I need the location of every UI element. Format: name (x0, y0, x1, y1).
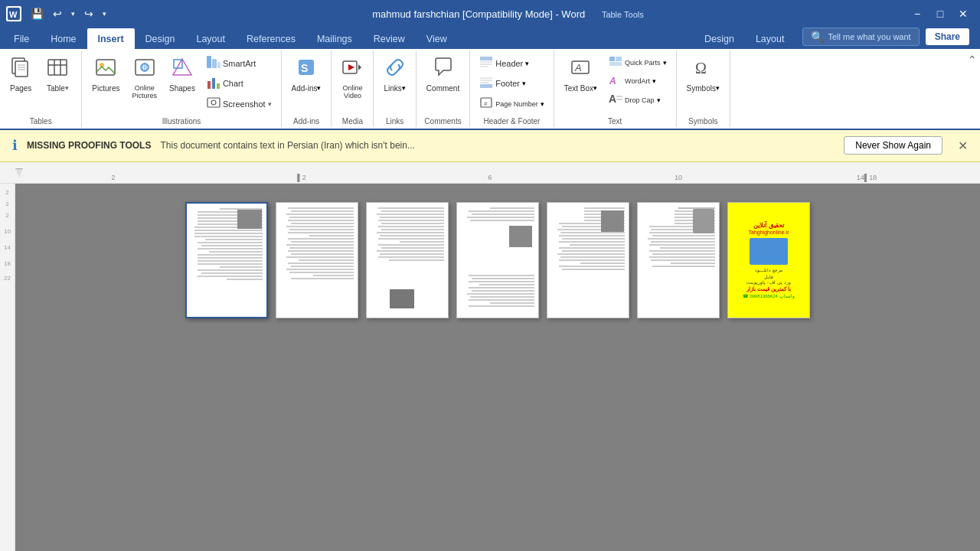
pages-button[interactable]: Pages (5, 54, 37, 96)
ribbon-body: Pages Table ▾ Tables (0, 49, 980, 130)
group-illustrations: Pictures OnlinePictures (82, 51, 281, 127)
chart-button[interactable]: Chart (202, 74, 276, 94)
svg-rect-22 (207, 81, 211, 89)
smartart-button[interactable]: SmartArt (202, 54, 276, 73)
tab-review[interactable]: Review (363, 28, 416, 49)
page-thumb-1[interactable] (185, 202, 268, 318)
page-7-text1: مرجع دانلـــود (755, 268, 782, 274)
tab-table-design[interactable]: Design (694, 28, 745, 49)
tab-table-layout[interactable]: Layout (745, 28, 795, 49)
page-thumb-3[interactable] (366, 202, 449, 318)
page-4-image (509, 226, 532, 247)
links-button[interactable]: Links ▾ (378, 54, 410, 96)
ribbon-collapse[interactable]: ⌃ (968, 51, 980, 127)
tab-insert[interactable]: Insert (87, 28, 135, 49)
smartart-icon (207, 56, 220, 71)
footer-button[interactable]: Footer ▾ (475, 74, 549, 94)
textbox-label: Text Box (564, 84, 593, 93)
svg-rect-20 (212, 59, 217, 68)
page-thumb-7[interactable]: تحقیق آنلاین Tahghighonline.ir مرجع دانل… (727, 202, 810, 318)
online-pictures-button[interactable]: OnlinePictures (126, 54, 162, 103)
links-label: Links (384, 84, 401, 93)
tab-layout[interactable]: Layout (185, 28, 236, 49)
shapes-button[interactable]: Shapes (164, 54, 201, 96)
redo-button[interactable]: ↪ (81, 6, 96, 21)
svg-point-26 (211, 100, 216, 105)
tell-me-box[interactable]: 🔍 Tell me what you want (802, 28, 919, 46)
save-button[interactable]: 💾 (28, 6, 47, 21)
dropcap-button[interactable]: A Drop Cap ▾ (604, 91, 671, 109)
screenshot-label: Screenshot (223, 99, 266, 109)
close-button[interactable]: ✕ (952, 3, 974, 24)
info-icon: ℹ (12, 137, 18, 154)
word-app-icon: W (6, 6, 21, 21)
links-group-label: Links (378, 114, 410, 127)
tab-file[interactable]: File (3, 28, 40, 49)
customize-button[interactable]: ▾ (100, 8, 109, 19)
quick-access-toolbar: 💾 ↩ ▾ ↪ ▾ (28, 6, 109, 21)
title-bar: W 💾 ↩ ▾ ↪ ▾ mahmud farshchian [Compatibi… (0, 0, 980, 28)
tab-references[interactable]: References (236, 28, 306, 49)
online-video-icon (341, 57, 363, 83)
symbols-button[interactable]: Ω Symbols ▾ (681, 54, 725, 96)
addins-arrow: ▾ (317, 84, 321, 92)
links-arrow: ▾ (402, 84, 406, 92)
share-button[interactable]: Share (926, 28, 969, 45)
svg-text:A: A (609, 76, 616, 86)
symbols-group-label: Symbols (681, 114, 725, 127)
header-icon (479, 56, 493, 71)
symbols-icon: Ω (692, 57, 714, 83)
page-7-text3: ورد پی اف - پاورپوینت (746, 279, 791, 285)
tell-me-label: Tell me what you want (828, 32, 910, 41)
page-7-url: Tahghighonline.ir (749, 230, 789, 235)
smartart-label: SmartArt (223, 59, 256, 68)
svg-rect-25 (207, 98, 220, 107)
page-7-text2: فایل (764, 274, 773, 279)
notification-title: MISSING PROOFING TOOLS (27, 140, 151, 151)
page-thumb-4[interactable] (456, 202, 539, 318)
svg-rect-19 (207, 56, 211, 68)
quick-parts-icon (609, 56, 622, 70)
ruler-numbers: 2 ▌2 6 10 14▌18 (19, 162, 961, 183)
svg-rect-44 (609, 57, 615, 61)
svg-rect-11 (96, 60, 115, 75)
online-pictures-icon (134, 57, 155, 83)
screenshot-button[interactable]: Screenshot ▾ (202, 94, 276, 114)
minimize-button[interactable]: − (906, 3, 928, 24)
table-tools-label: Table Tools (602, 10, 644, 19)
table-button[interactable]: Table ▾ (38, 54, 77, 96)
svg-text:#: # (484, 100, 488, 107)
page-thumb-2[interactable] (276, 202, 358, 318)
tab-view[interactable]: View (416, 28, 458, 49)
header-button[interactable]: Header ▾ (475, 54, 549, 73)
tab-mailings[interactable]: Mailings (306, 28, 363, 49)
document-canvas[interactable]: تحقیق آنلاین Tahghighonline.ir مرجع دانل… (15, 184, 980, 551)
ribbon-tab-row: File Home Insert Design Layout Reference… (0, 28, 980, 49)
tab-home[interactable]: Home (40, 28, 87, 49)
svg-rect-24 (217, 83, 220, 89)
group-media: OnlineVideo Media (332, 51, 374, 127)
page-number-icon: # (479, 96, 493, 112)
addins-button[interactable]: S Add-ins ▾ (286, 54, 327, 96)
table-label-row: Table ▾ (47, 84, 69, 93)
maximize-button[interactable]: □ (929, 3, 951, 24)
page-3-image (390, 289, 414, 308)
page-number-button[interactable]: # Page Number ▾ (475, 94, 549, 114)
tab-design[interactable]: Design (135, 28, 186, 49)
quick-parts-label: Quick Parts (625, 59, 661, 67)
pictures-button[interactable]: Pictures (87, 54, 125, 96)
notification-close-button[interactable]: ✕ (958, 139, 968, 153)
undo-button[interactable]: ↩ (50, 6, 65, 21)
quick-parts-button[interactable]: Quick Parts ▾ (604, 54, 671, 72)
symbols-label: Symbols (687, 84, 716, 93)
header-arrow: ▾ (525, 60, 529, 67)
page-thumb-5[interactable] (547, 202, 629, 318)
svg-rect-45 (616, 57, 622, 61)
undo-dropdown[interactable]: ▾ (68, 8, 78, 19)
textbox-button[interactable]: A Text Box ▾ (559, 54, 603, 96)
never-show-again-button[interactable]: Never Show Again (844, 136, 942, 155)
page-thumb-6[interactable] (637, 202, 720, 318)
comment-button[interactable]: Comment (421, 54, 465, 96)
wordart-button[interactable]: A WordArt ▾ (604, 73, 671, 91)
online-video-button[interactable]: OnlineVideo (336, 54, 368, 103)
